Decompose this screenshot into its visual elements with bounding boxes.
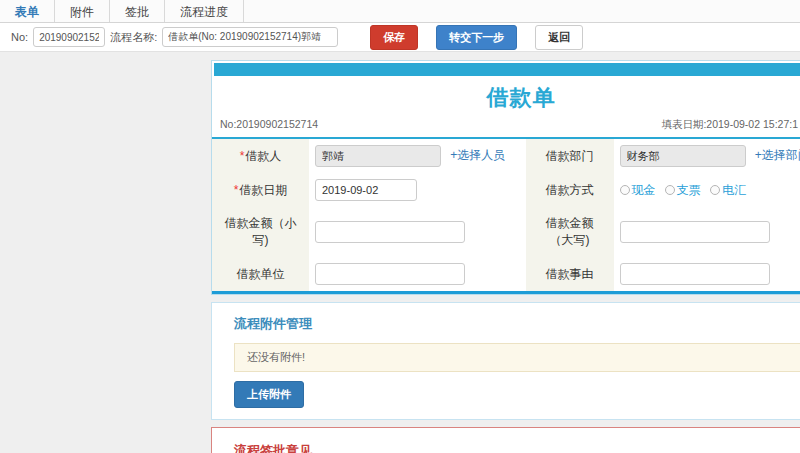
radio-wire[interactable]: 电汇 (710, 182, 746, 199)
attachments-title: 流程附件管理 (234, 315, 800, 333)
department-label: 借款部门 (546, 149, 594, 163)
amount-small-label-cell: 借款金额（小写) (212, 207, 309, 257)
borrower-label-cell: *借款人 (212, 139, 309, 173)
date-label: 借款日期 (239, 183, 287, 197)
required-mark: * (240, 149, 245, 163)
radio-icon (620, 185, 630, 195)
fill-date: 填表日期:2019-09-02 15:27:1 (661, 118, 798, 132)
date-label-cell: *借款日期 (212, 173, 309, 207)
tab-form[interactable]: 表单 (0, 0, 55, 22)
process-name-label: 流程名称: (110, 30, 157, 45)
approval-title: 流程签批意见 (234, 442, 800, 453)
loan-form-panel: 借款单 No:20190902152714 填表日期:2019-09-02 15… (211, 60, 800, 295)
save-button[interactable]: 保存 (370, 25, 418, 50)
action-toolbar: No: 流程名称: 保存 转交下一步 返回 (0, 23, 800, 52)
form-meta-row: No:20190902152714 填表日期:2019-09-02 15:27:… (212, 116, 800, 137)
select-person-link[interactable]: +选择人员 (450, 148, 505, 162)
forward-next-step-button[interactable]: 转交下一步 (436, 25, 517, 50)
tab-progress[interactable]: 流程进度 (165, 0, 244, 22)
back-button[interactable]: 返回 (535, 25, 583, 50)
doc-number: No:20190902152714 (220, 118, 318, 132)
amount-small-label: 借款金额（小写) (225, 216, 297, 247)
loan-unit-input[interactable] (315, 263, 465, 285)
radio-wire-label: 电汇 (722, 182, 746, 199)
tab-approve[interactable]: 签批 (110, 0, 165, 22)
borrower-input[interactable] (315, 145, 441, 167)
amount-big-label-cell: 借款金额（大写) (526, 207, 614, 257)
loan-date-input[interactable] (315, 179, 417, 201)
date-value-cell (309, 173, 526, 207)
content-area: 借款单 No:20190902152714 填表日期:2019-09-02 15… (211, 60, 800, 453)
radio-icon (710, 185, 720, 195)
approval-panel: 流程签批意见 B I abc (211, 427, 800, 453)
loan-form-table: *借款人 +选择人员 借款部门 +选择部门 *借款日期 (212, 139, 800, 291)
required-mark: * (234, 183, 239, 197)
borrower-label: 借款人 (245, 149, 281, 163)
department-label-cell: 借款部门 (526, 139, 614, 173)
unit-label: 借款单位 (237, 267, 285, 281)
radio-cheque-label: 支票 (677, 182, 701, 199)
form-title: 借款单 (212, 78, 800, 116)
radio-cash-label: 现金 (632, 182, 656, 199)
department-value-cell: +选择部门 (614, 139, 800, 173)
unit-value-cell (309, 257, 526, 291)
upload-attachment-button[interactable]: 上传附件 (234, 381, 304, 408)
radio-icon (665, 185, 675, 195)
table-row: 借款单位 借款事由 (212, 257, 800, 291)
table-row: 借款金额（小写) 借款金额（大写) (212, 207, 800, 257)
reason-label: 借款事由 (546, 267, 594, 281)
loan-reason-input[interactable] (620, 263, 770, 285)
reason-label-cell: 借款事由 (526, 257, 614, 291)
table-row: *借款人 +选择人员 借款部门 +选择部门 (212, 139, 800, 173)
tab-attachment[interactable]: 附件 (55, 0, 110, 22)
radio-cheque[interactable]: 支票 (665, 182, 701, 199)
amount-big-value-cell (614, 207, 800, 257)
no-attachments-message: 还没有附件! (234, 343, 800, 372)
radio-cash[interactable]: 现金 (620, 182, 656, 199)
no-label: No: (11, 31, 28, 43)
method-label-cell: 借款方式 (526, 173, 614, 207)
form-header-bar (214, 63, 800, 76)
amount-big-input[interactable] (620, 221, 770, 243)
method-label: 借款方式 (546, 183, 594, 197)
amount-small-input[interactable] (315, 221, 465, 243)
select-department-link[interactable]: +选择部门 (755, 148, 800, 162)
borrower-value-cell: +选择人员 (309, 139, 526, 173)
reason-value-cell (614, 257, 800, 291)
process-name-input[interactable] (162, 27, 338, 47)
tab-bar: 表单 附件 签批 流程进度 (0, 0, 800, 23)
method-value-cell: 现金 支票 电汇 (614, 173, 800, 207)
department-input[interactable] (620, 145, 746, 167)
no-input[interactable] (33, 27, 105, 47)
table-row: *借款日期 借款方式 现金 支票 (212, 173, 800, 207)
amount-big-label: 借款金额（大写) (546, 216, 594, 247)
amount-small-value-cell (309, 207, 526, 257)
form-footer-bar (212, 291, 800, 294)
attachments-panel: 流程附件管理 还没有附件! 上传附件 (211, 302, 800, 420)
unit-label-cell: 借款单位 (212, 257, 309, 291)
